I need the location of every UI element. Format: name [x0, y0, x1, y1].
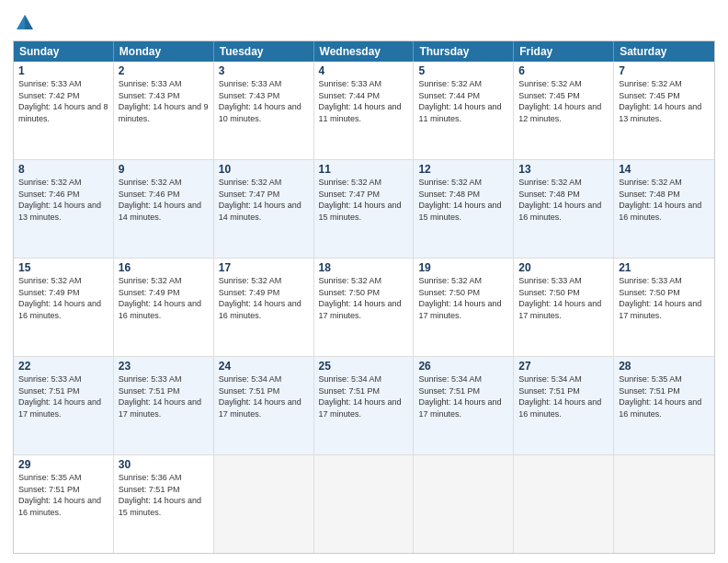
calendar-row: 8 Sunrise: 5:32 AMSunset: 7:46 PMDayligh…: [14, 160, 714, 259]
calendar-row: 15 Sunrise: 5:32 AMSunset: 7:49 PMDaylig…: [14, 259, 714, 357]
header-cell-wednesday: Wednesday: [314, 41, 415, 62]
day-number: 17: [219, 261, 309, 274]
day-info: Sunrise: 5:34 AMSunset: 7:51 PMDaylight:…: [518, 373, 609, 419]
day-cell-28: 28 Sunrise: 5:35 AMSunset: 7:51 PMDaylig…: [614, 357, 714, 454]
day-number: 2: [119, 64, 209, 77]
day-number: 21: [619, 261, 710, 274]
day-number: 19: [418, 261, 508, 274]
calendar: SundayMondayTuesdayWednesdayThursdayFrid…: [13, 40, 715, 554]
page-header: [13, 9, 715, 33]
day-cell-15: 15 Sunrise: 5:32 AMSunset: 7:49 PMDaylig…: [14, 259, 114, 356]
day-number: 9: [119, 163, 209, 176]
day-number: 13: [518, 163, 609, 176]
day-info: Sunrise: 5:32 AMSunset: 7:49 PMDaylight:…: [18, 275, 108, 321]
day-info: Sunrise: 5:32 AMSunset: 7:48 PMDaylight:…: [518, 177, 609, 223]
day-info: Sunrise: 5:33 AMSunset: 7:50 PMDaylight:…: [518, 275, 609, 321]
day-number: 8: [18, 163, 108, 176]
day-number: 18: [319, 261, 409, 274]
day-cell-3: 3 Sunrise: 5:33 AMSunset: 7:43 PMDayligh…: [214, 62, 314, 159]
day-info: Sunrise: 5:32 AMSunset: 7:46 PMDaylight:…: [119, 177, 209, 223]
day-cell-8: 8 Sunrise: 5:32 AMSunset: 7:46 PMDayligh…: [14, 160, 114, 258]
calendar-row: 22 Sunrise: 5:33 AMSunset: 7:51 PMDaylig…: [14, 357, 714, 455]
day-info: Sunrise: 5:32 AMSunset: 7:50 PMDaylight:…: [418, 275, 508, 321]
day-cell-1: 1 Sunrise: 5:33 AMSunset: 7:42 PMDayligh…: [14, 62, 114, 159]
day-cell-5: 5 Sunrise: 5:32 AMSunset: 7:44 PMDayligh…: [414, 62, 514, 159]
day-number: 12: [418, 163, 508, 176]
day-info: Sunrise: 5:33 AMSunset: 7:43 PMDaylight:…: [119, 78, 209, 124]
day-cell-30: 30 Sunrise: 5:36 AMSunset: 7:51 PMDaylig…: [114, 455, 214, 553]
svg-marker-1: [25, 15, 33, 29]
day-cell-6: 6 Sunrise: 5:32 AMSunset: 7:45 PMDayligh…: [514, 62, 614, 159]
day-cell-25: 25 Sunrise: 5:34 AMSunset: 7:51 PMDaylig…: [314, 357, 415, 454]
day-number: 28: [619, 360, 710, 373]
logo-icon: [15, 13, 35, 33]
day-number: 3: [219, 64, 309, 77]
day-info: Sunrise: 5:32 AMSunset: 7:45 PMDaylight:…: [619, 78, 710, 124]
day-info: Sunrise: 5:32 AMSunset: 7:44 PMDaylight:…: [418, 78, 508, 124]
day-number: 15: [18, 261, 108, 274]
day-number: 5: [418, 64, 508, 77]
day-cell-23: 23 Sunrise: 5:33 AMSunset: 7:51 PMDaylig…: [114, 357, 214, 454]
day-number: 24: [219, 360, 309, 373]
day-info: Sunrise: 5:33 AMSunset: 7:43 PMDaylight:…: [219, 78, 309, 124]
day-number: 6: [518, 64, 609, 77]
day-cell-4: 4 Sunrise: 5:33 AMSunset: 7:44 PMDayligh…: [314, 62, 415, 159]
day-info: Sunrise: 5:35 AMSunset: 7:51 PMDaylight:…: [18, 472, 108, 518]
header-cell-tuesday: Tuesday: [214, 41, 314, 62]
calendar-row: 1 Sunrise: 5:33 AMSunset: 7:42 PMDayligh…: [14, 62, 714, 160]
day-info: Sunrise: 5:36 AMSunset: 7:51 PMDaylight:…: [119, 472, 209, 518]
day-number: 7: [619, 64, 710, 77]
day-number: 16: [119, 261, 209, 274]
day-cell-27: 27 Sunrise: 5:34 AMSunset: 7:51 PMDaylig…: [514, 357, 614, 454]
day-number: 26: [418, 360, 508, 373]
day-info: Sunrise: 5:34 AMSunset: 7:51 PMDaylight:…: [418, 373, 508, 419]
day-info: Sunrise: 5:33 AMSunset: 7:42 PMDaylight:…: [18, 78, 108, 124]
empty-cell: [514, 455, 614, 553]
day-cell-24: 24 Sunrise: 5:34 AMSunset: 7:51 PMDaylig…: [214, 357, 314, 454]
day-number: 25: [319, 360, 409, 373]
day-info: Sunrise: 5:32 AMSunset: 7:47 PMDaylight:…: [319, 177, 409, 223]
empty-cell: [314, 455, 415, 553]
day-number: 14: [619, 163, 710, 176]
day-number: 30: [119, 458, 209, 471]
day-info: Sunrise: 5:32 AMSunset: 7:46 PMDaylight:…: [18, 177, 108, 223]
calendar-header: SundayMondayTuesdayWednesdayThursdayFrid…: [14, 41, 714, 62]
day-cell-2: 2 Sunrise: 5:33 AMSunset: 7:43 PMDayligh…: [114, 62, 214, 159]
day-info: Sunrise: 5:34 AMSunset: 7:51 PMDaylight:…: [219, 373, 309, 419]
day-info: Sunrise: 5:33 AMSunset: 7:51 PMDaylight:…: [18, 373, 108, 419]
day-number: 1: [18, 64, 108, 77]
day-number: 23: [119, 360, 209, 373]
day-number: 27: [518, 360, 609, 373]
day-number: 10: [219, 163, 309, 176]
day-number: 4: [319, 64, 409, 77]
day-cell-7: 7 Sunrise: 5:32 AMSunset: 7:45 PMDayligh…: [614, 62, 714, 159]
header-cell-monday: Monday: [114, 41, 214, 62]
day-cell-22: 22 Sunrise: 5:33 AMSunset: 7:51 PMDaylig…: [14, 357, 114, 454]
day-cell-20: 20 Sunrise: 5:33 AMSunset: 7:50 PMDaylig…: [514, 259, 614, 356]
day-info: Sunrise: 5:35 AMSunset: 7:51 PMDaylight:…: [619, 373, 710, 419]
day-cell-12: 12 Sunrise: 5:32 AMSunset: 7:48 PMDaylig…: [414, 160, 514, 258]
day-info: Sunrise: 5:32 AMSunset: 7:49 PMDaylight:…: [119, 275, 209, 321]
day-info: Sunrise: 5:34 AMSunset: 7:51 PMDaylight:…: [319, 373, 409, 419]
header-cell-thursday: Thursday: [414, 41, 514, 62]
day-cell-9: 9 Sunrise: 5:32 AMSunset: 7:46 PMDayligh…: [114, 160, 214, 258]
empty-cell: [214, 455, 314, 553]
day-cell-16: 16 Sunrise: 5:32 AMSunset: 7:49 PMDaylig…: [114, 259, 214, 356]
day-info: Sunrise: 5:32 AMSunset: 7:48 PMDaylight:…: [619, 177, 710, 223]
day-cell-17: 17 Sunrise: 5:32 AMSunset: 7:49 PMDaylig…: [214, 259, 314, 356]
day-info: Sunrise: 5:32 AMSunset: 7:45 PMDaylight:…: [518, 78, 609, 124]
day-cell-10: 10 Sunrise: 5:32 AMSunset: 7:47 PMDaylig…: [214, 160, 314, 258]
day-number: 11: [319, 163, 409, 176]
calendar-row: 29 Sunrise: 5:35 AMSunset: 7:51 PMDaylig…: [14, 455, 714, 553]
day-number: 22: [18, 360, 108, 373]
day-cell-29: 29 Sunrise: 5:35 AMSunset: 7:51 PMDaylig…: [14, 455, 114, 553]
day-info: Sunrise: 5:33 AMSunset: 7:51 PMDaylight:…: [119, 373, 209, 419]
calendar-body: 1 Sunrise: 5:33 AMSunset: 7:42 PMDayligh…: [14, 62, 714, 553]
day-info: Sunrise: 5:32 AMSunset: 7:47 PMDaylight:…: [219, 177, 309, 223]
day-cell-13: 13 Sunrise: 5:32 AMSunset: 7:48 PMDaylig…: [514, 160, 614, 258]
day-info: Sunrise: 5:32 AMSunset: 7:48 PMDaylight:…: [418, 177, 508, 223]
day-number: 29: [18, 458, 108, 471]
day-cell-11: 11 Sunrise: 5:32 AMSunset: 7:47 PMDaylig…: [314, 160, 415, 258]
day-info: Sunrise: 5:32 AMSunset: 7:49 PMDaylight:…: [219, 275, 309, 321]
logo: [13, 13, 35, 33]
